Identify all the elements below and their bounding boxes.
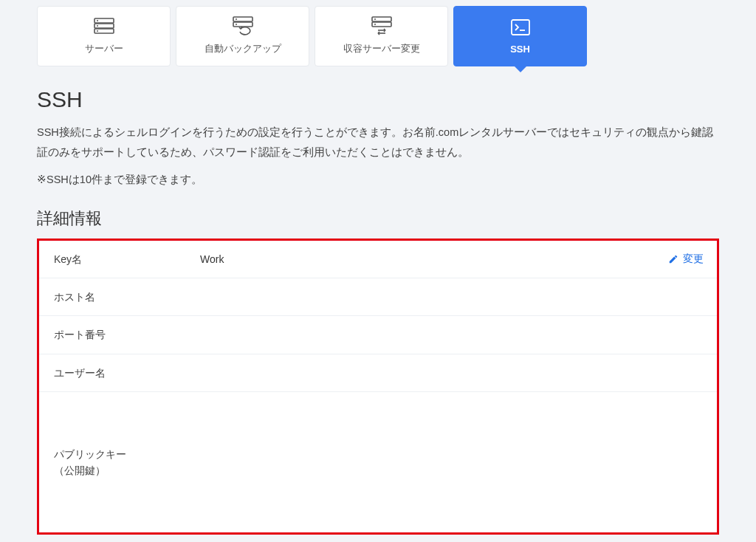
svg-point-13: [374, 24, 376, 25]
svg-point-5: [97, 30, 98, 32]
tab-server[interactable]: サーバー: [37, 6, 171, 66]
svg-point-9: [236, 24, 237, 25]
tab-ssh-label: SSH: [510, 44, 530, 55]
page-note: ※SSHは10件まで登録できます。: [37, 173, 719, 187]
page-description: SSH接続によるシェルログインを行うための設定を行うことができます。お名前.co…: [37, 123, 719, 162]
tab-ssh[interactable]: SSH: [453, 6, 587, 66]
svg-point-12: [374, 18, 376, 20]
edit-key-name-button[interactable]: 変更: [668, 253, 704, 266]
row-key-name-value: Work: [200, 253, 224, 265]
tab-migrate[interactable]: 収容サーバー変更: [315, 6, 448, 66]
row-host: ホスト名: [39, 278, 717, 316]
tab-backup[interactable]: 自動バックアップ: [176, 6, 309, 66]
row-key-name-label: Key名: [39, 241, 194, 278]
row-user: ユーザー名: [39, 354, 717, 392]
panel-tabs: サーバー 自動バックアップ: [37, 6, 719, 66]
row-public-key: パブリックキー （公開鍵）: [39, 392, 717, 532]
pencil-icon: [668, 254, 678, 264]
row-key-name: Key名 Work 変更: [39, 241, 717, 278]
edit-key-name-label: 変更: [683, 253, 704, 266]
server-migrate-icon: [371, 17, 393, 35]
svg-rect-14: [512, 20, 529, 35]
svg-point-3: [97, 20, 98, 21]
server-icon: [93, 17, 115, 35]
row-host-label: ホスト名: [39, 278, 194, 315]
row-user-label: ユーザー名: [39, 354, 194, 391]
tab-backup-label: 自動バックアップ: [205, 42, 281, 55]
section-title-detail: 詳細情報: [37, 207, 719, 230]
ssh-detail-table: Key名 Work 変更 ホスト名 ポート番: [37, 239, 719, 535]
svg-point-4: [97, 25, 98, 27]
svg-point-8: [236, 18, 237, 20]
row-public-key-label: パブリックキー （公開鍵）: [39, 436, 194, 490]
tab-server-label: サーバー: [85, 42, 123, 55]
page-title: SSH: [37, 87, 719, 112]
row-port: ポート番号: [39, 316, 717, 354]
terminal-icon: [509, 18, 532, 36]
backup-icon: [232, 17, 254, 35]
row-port-label: ポート番号: [39, 316, 194, 353]
tab-migrate-label: 収容サーバー変更: [343, 42, 420, 55]
